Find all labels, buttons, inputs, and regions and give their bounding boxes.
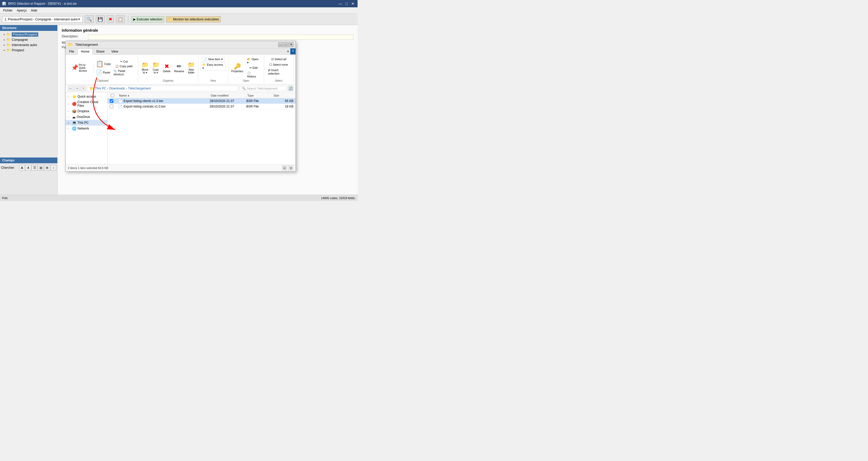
history-button[interactable]: 🕐 History — [245, 71, 262, 79]
search-button[interactable]: 🔍 — [85, 15, 94, 23]
detail-view-icon[interactable]: ▤ — [38, 165, 44, 171]
refresh-button[interactable]: 🔄 — [288, 86, 293, 91]
fm-close-button[interactable]: ✕ — [289, 42, 293, 47]
description-input[interactable] — [88, 35, 353, 40]
show-executions-button[interactable]: 📁 Montrer les sélections exécutées — [166, 16, 221, 23]
size-col-header[interactable]: Size — [273, 93, 293, 98]
fm-search-box[interactable]: 🔍 Search Téléchargement — [240, 86, 287, 91]
organise-label: Organise — [163, 79, 174, 82]
type-col-header[interactable]: Type — [246, 93, 273, 98]
breadcrumb-thispc[interactable]: This PC — [95, 87, 106, 90]
rename-button[interactable]: ✏ Rename — [173, 62, 185, 73]
select-all-checkbox[interactable] — [111, 94, 114, 97]
breadcrumb-downloads[interactable]: Downloads — [110, 87, 125, 90]
checkbox-col-header[interactable] — [110, 93, 118, 98]
sidebar-network[interactable]: › 🌐 Network — [66, 126, 107, 131]
menu-fichier[interactable]: Fichier — [1, 8, 15, 13]
file-checkbox-cell-1[interactable] — [110, 99, 118, 103]
tree-item-preneur[interactable]: + 📁 Preneur/Prospect — [1, 32, 56, 37]
file-checkbox-2[interactable] — [110, 105, 113, 108]
sort-icon: ▲ — [127, 94, 130, 97]
fm-path-input[interactable]: 📁 This PC › Downloads › Téléchargement — [87, 86, 239, 91]
tree-item-compagnie[interactable]: + 📁 Compagnie — [1, 37, 56, 42]
ribbon-help-btn[interactable]: ? — [290, 48, 296, 55]
properties-button[interactable]: 🔑 Properties — [230, 62, 244, 73]
invert-selection-button[interactable]: ⇄ Invert selection — [266, 68, 291, 76]
fm-status-text: 2 items 1 item selected 64,5 KB — [68, 166, 108, 169]
name-col-header[interactable]: Name ▲ — [118, 93, 210, 98]
breadcrumb-telechargement[interactable]: Téléchargement — [128, 87, 151, 90]
description-row: Description: — [62, 35, 353, 40]
file-row-2[interactable]: 📄 Export listing contrats v1.0.bsr 28/10… — [107, 104, 296, 109]
paste-shortcut-button[interactable]: 📎 Paste shortcut — [112, 69, 135, 76]
maximize-button[interactable]: □ — [344, 1, 349, 6]
menu-aide[interactable]: Aide — [29, 8, 39, 13]
select-all-button[interactable]: ☑ Select all — [269, 57, 288, 62]
detail-view-button[interactable]: ⊟ — [288, 165, 293, 171]
font-small-icon[interactable]: A — [25, 165, 31, 171]
tab-home[interactable]: Home — [78, 48, 93, 55]
font-large-icon[interactable]: A — [19, 165, 25, 171]
fm-maximize-button[interactable]: □ — [283, 42, 288, 47]
file-checkbox-cell-2[interactable] — [110, 105, 118, 108]
back-button[interactable]: ← — [68, 86, 73, 91]
file-checkbox-1[interactable] — [110, 99, 113, 103]
open-button[interactable]: 📂 Open ▾ — [245, 57, 262, 65]
tab-file[interactable]: File — [66, 48, 78, 55]
copy-button[interactable]: 📋 — [116, 15, 125, 23]
ribbon-collapse-btn[interactable]: ∧ — [286, 48, 290, 55]
minimize-button[interactable]: — — [338, 1, 343, 6]
selection-dropdown[interactable]: 1. Preneur/Prospect - Compagnie - Interv… — [2, 16, 83, 23]
fm-minimize-button[interactable]: — — [278, 42, 283, 47]
select-none-button[interactable]: ☐ Select none — [268, 62, 290, 67]
title-bar-title: BRIO Sélection et Rapport - DB58741 - sr… — [8, 2, 338, 5]
search-row: Chercher: A A ☰ ▤ ⊞ ↕ — [1, 164, 56, 171]
table-view-icon[interactable]: ⊞ — [44, 165, 50, 171]
list-view-button[interactable]: ☰ — [282, 165, 287, 171]
delete-button-fm[interactable]: ✖ Delete — [162, 62, 172, 73]
list-view-icon[interactable]: ☰ — [32, 165, 37, 171]
move-to-button[interactable]: 📁 Move to ▾ — [140, 61, 150, 75]
new-item-button[interactable]: 📄 New item ▾ — [202, 57, 225, 62]
menu-apercu[interactable]: Aperçu — [15, 8, 29, 13]
copy-to-button[interactable]: 📁 Copy to ▾ — [151, 61, 161, 75]
new-folder-button[interactable]: 📁 New folder — [186, 61, 196, 75]
sidebar-quick-access[interactable]: › ⭐ Quick access — [66, 94, 107, 99]
up-button[interactable]: ↑ — [80, 86, 86, 91]
quick-access-icon: ⭐ — [72, 94, 76, 99]
sidebar-creative-cloud[interactable]: › 🔴 Creative Cloud Files — [66, 99, 107, 108]
path-separator-1: › — [107, 87, 108, 90]
search-icons: A A ☰ ▤ ⊞ ↕ — [19, 165, 56, 171]
fm-file-list: Name ▲ Date modified Type Size — [107, 93, 296, 164]
fm-status-bar: 2 items 1 item selected 64,5 KB ☰ ⊟ — [66, 164, 296, 171]
tab-view[interactable]: View — [108, 48, 121, 55]
tree-item-intervenants[interactable]: + 📁 Intervenants autre — [1, 42, 56, 47]
properties-icon: 🔑 — [234, 63, 241, 70]
sort-icon[interactable]: ↕ — [51, 165, 56, 171]
file-list-header: Name ▲ Date modified Type Size — [107, 93, 296, 98]
pin-to-quick-access-button[interactable]: 📌 Pin to Quick access — [70, 63, 93, 73]
sidebar-onedrive[interactable]: › ☁ OneDrive — [66, 114, 107, 120]
delete-button[interactable]: ✖ — [107, 15, 114, 23]
copy-path-button[interactable]: 📋 Copy path — [112, 64, 135, 69]
cut-button[interactable]: ✂ Cut — [112, 59, 135, 64]
tree-item-prospect[interactable]: + 📁 Prospect — [1, 47, 56, 53]
file-row-1[interactable]: 📄 Export listing clients v1.0.bsr 28/10/… — [107, 98, 296, 104]
toolbar-separator — [128, 16, 128, 23]
forward-button[interactable]: → — [74, 86, 80, 91]
fm-title-text: Téléchargement — [75, 43, 278, 46]
sidebar-dropbox[interactable]: › 📦 Dropbox — [66, 108, 107, 114]
execute-button[interactable]: ▶ Exécuter sélection — [131, 16, 164, 23]
paste-button-fm[interactable]: 📄 Paste — [95, 69, 112, 76]
save-button[interactable]: 💾 — [96, 15, 105, 23]
date-col-header[interactable]: Date modified — [210, 93, 246, 98]
close-button[interactable]: ✕ — [350, 1, 355, 6]
copy-button-fm[interactable]: 📋 Copy — [95, 59, 112, 68]
path-separator-2: › — [126, 87, 127, 90]
open-label: 📂 Open ▾ — [247, 58, 260, 64]
tab-share[interactable]: Share — [93, 48, 108, 55]
easy-access-button[interactable]: 📁 Easy access ▾ — [200, 62, 226, 71]
sidebar-this-pc[interactable]: ∨ 💻 This PC — [66, 120, 107, 126]
edit-button[interactable]: ✏ Edit — [245, 65, 262, 70]
new-folder-label2: folder — [188, 71, 194, 74]
